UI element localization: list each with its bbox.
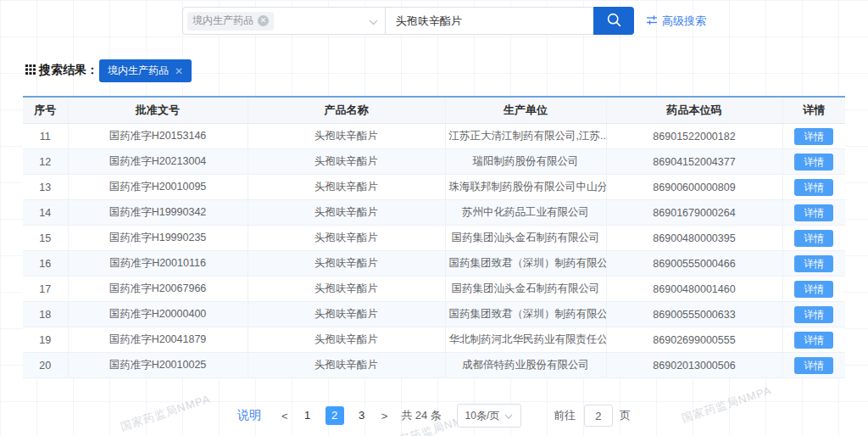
table-row: 14 国药准字H19990342 头孢呋辛酯片 苏州中化药品工业有限公司 869…	[23, 200, 845, 226]
total-count: 共 24 条	[401, 408, 442, 423]
results-label: 搜索结果：	[25, 63, 98, 78]
cell-product-name: 头孢呋辛酯片	[248, 149, 445, 175]
cell-no: 12	[23, 149, 68, 175]
cell-product-name: 头孢呋辛酯片	[248, 251, 445, 277]
cell-manufacturer: 江苏正大清江制药有限公司,江苏...	[445, 124, 606, 149]
table-row: 13 国药准字H20010095 头孢呋辛酯片 珠海联邦制药股份有限公司中山分.…	[23, 175, 845, 200]
search-icon	[606, 12, 622, 31]
active-filter-tag[interactable]: 境内生产药品 ✕	[99, 59, 192, 82]
cell-drug-code: 86900480000395	[606, 226, 782, 251]
cell-detail: 详情	[782, 200, 845, 226]
cell-detail: 详情	[782, 251, 845, 277]
detail-button[interactable]: 详情	[794, 281, 833, 298]
remove-filter-icon[interactable]: ✕	[175, 65, 183, 77]
cell-drug-code: 86900600000809	[606, 175, 782, 200]
table-row: 15 国药准字H19990235 头孢呋辛酯片 国药集团汕头金石制药有限公司 8…	[23, 226, 845, 251]
cell-product-name: 头孢呋辛酯片	[248, 200, 445, 226]
detail-button[interactable]: 详情	[794, 357, 833, 374]
cell-drug-code: 86902699000555	[606, 327, 782, 353]
col-header-no: 序号	[23, 97, 68, 124]
cell-no: 14	[23, 200, 68, 226]
cell-no: 11	[23, 124, 68, 149]
cell-manufacturer: 成都倍特药业股份有限公司	[445, 353, 606, 378]
table-header: 序号 批准文号 产品名称 生产单位 药品本位码 详情	[23, 97, 845, 124]
cell-product-name: 头孢呋辛酯片	[248, 302, 445, 327]
results-table: 序号 批准文号 产品名称 生产单位 药品本位码 详情 11 国药准字H20153…	[23, 96, 845, 378]
page-unit-label: 页	[620, 408, 631, 423]
col-header-approval: 批准文号	[68, 97, 248, 124]
advanced-search-link[interactable]: 高级搜索	[646, 14, 706, 29]
cell-approval-number: 国药准字H20010095	[68, 175, 248, 200]
note-link[interactable]: 说明	[237, 408, 261, 423]
detail-button[interactable]: 详情	[794, 306, 833, 323]
results-label-text: 搜索结果：	[39, 63, 98, 78]
cell-manufacturer: 华北制药河北华民药业有限责任公...	[445, 327, 606, 353]
search-button[interactable]	[593, 7, 634, 35]
cell-detail: 详情	[782, 175, 845, 200]
chevron-down-icon	[504, 410, 513, 422]
chevron-down-icon	[369, 14, 378, 29]
sliders-icon	[646, 14, 658, 28]
cell-manufacturer: 珠海联邦制药股份有限公司中山分...	[445, 175, 606, 200]
cell-product-name: 头孢呋辛酯片	[248, 327, 445, 353]
cell-drug-code: 86902013000506	[606, 353, 782, 378]
cell-detail: 详情	[782, 149, 845, 175]
page-number-button[interactable]: 3	[353, 406, 371, 425]
detail-button[interactable]: 详情	[794, 230, 833, 247]
search-input[interactable]	[385, 7, 594, 35]
page-buttons: 123	[298, 406, 371, 425]
grid-icon	[25, 64, 36, 77]
table-row: 11 国药准字H20153146 头孢呋辛酯片 江苏正大清江制药有限公司,江苏.…	[23, 124, 845, 149]
cell-detail: 详情	[782, 277, 845, 302]
cell-approval-number: 国药准字H19990342	[68, 200, 248, 226]
detail-button[interactable]: 详情	[794, 332, 833, 349]
cell-manufacturer: 国药集团汕头金石制药有限公司	[445, 277, 606, 302]
page-size-value: 10条/页	[465, 409, 500, 423]
cell-approval-number: 国药准字H20010025	[68, 353, 248, 378]
detail-button[interactable]: 详情	[794, 204, 833, 221]
col-header-detail: 详情	[782, 97, 845, 124]
next-page-button[interactable]: >	[378, 410, 392, 422]
table-row: 17 国药准字H20067966 头孢呋辛酯片 国药集团汕头金石制药有限公司 8…	[23, 277, 845, 302]
table-body: 11 国药准字H20153146 头孢呋辛酯片 江苏正大清江制药有限公司,江苏.…	[23, 124, 845, 378]
cell-no: 15	[23, 226, 68, 251]
cell-no: 18	[23, 302, 68, 327]
tag-remove-icon[interactable]: ✕	[258, 15, 269, 26]
cell-approval-number: 国药准字H20000400	[68, 302, 248, 327]
detail-button[interactable]: 详情	[794, 255, 833, 272]
cell-manufacturer: 苏州中化药品工业有限公司	[445, 200, 606, 226]
advanced-search-label: 高级搜索	[662, 14, 706, 29]
cell-manufacturer: 国药集团致君（深圳）制药有限公...	[445, 302, 606, 327]
cell-manufacturer: 国药集团汕头金石制药有限公司	[445, 226, 606, 251]
cell-approval-number: 国药准字H19990235	[68, 226, 248, 251]
cell-no: 13	[23, 175, 68, 200]
goto-page-input[interactable]	[584, 405, 613, 427]
selected-category-tag[interactable]: 境内生产药品 ✕	[187, 12, 274, 31]
cell-manufacturer: 国药集团致君（深圳）制药有限公...	[445, 251, 606, 277]
cell-detail: 详情	[782, 124, 845, 149]
cell-no: 17	[23, 277, 68, 302]
cell-detail: 详情	[782, 226, 845, 251]
detail-button[interactable]: 详情	[794, 154, 833, 170]
cell-drug-code: 86900555000633	[606, 302, 782, 327]
cell-approval-number: 国药准字H20153146	[68, 124, 248, 149]
cell-manufacturer: 瑞阳制药股份有限公司	[445, 149, 606, 175]
detail-button[interactable]: 详情	[794, 179, 833, 196]
page-size-select[interactable]: 10条/页	[457, 404, 521, 428]
cell-drug-code: 86904152004377	[606, 149, 782, 175]
cell-approval-number: 国药准字H20067966	[68, 277, 248, 302]
detail-button[interactable]: 详情	[794, 128, 833, 145]
page-number-button[interactable]: 2	[326, 406, 344, 425]
category-select[interactable]: 境内生产药品 ✕	[182, 7, 386, 35]
cell-no: 19	[23, 327, 68, 353]
pagination: 说明 < 123 > 共 24 条 10条/页 前往 页	[0, 404, 868, 428]
table-row: 19 国药准字H20041879 头孢呋辛酯片 华北制药河北华民药业有限责任公.…	[23, 327, 845, 353]
cell-drug-code: 86900555000466	[606, 251, 782, 277]
cell-approval-number: 国药准字H20041879	[68, 327, 248, 353]
col-header-code: 药品本位码	[606, 97, 782, 124]
cell-product-name: 头孢呋辛酯片	[248, 277, 445, 302]
prev-page-button[interactable]: <	[278, 410, 292, 422]
cell-approval-number: 国药准字H20213004	[68, 149, 248, 175]
cell-no: 20	[23, 353, 68, 378]
page-number-button[interactable]: 1	[298, 406, 317, 425]
